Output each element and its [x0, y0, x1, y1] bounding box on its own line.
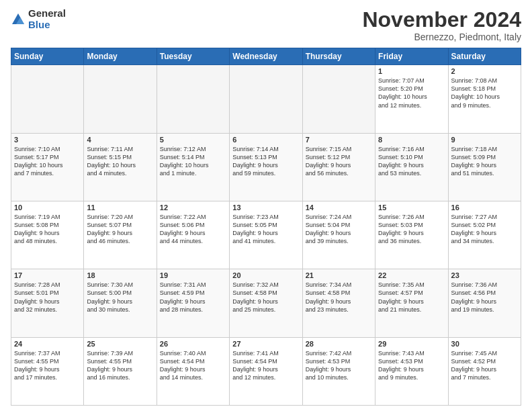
day-info: Sunrise: 7:19 AM Sunset: 5:08 PM Dayligh…	[14, 213, 81, 246]
calendar-cell-4-3: 27Sunrise: 7:41 AM Sunset: 4:54 PM Dayli…	[230, 337, 302, 405]
day-number: 29	[378, 340, 445, 348]
calendar-cell-3-1: 18Sunrise: 7:30 AM Sunset: 5:00 PM Dayli…	[84, 269, 157, 337]
day-info: Sunrise: 7:42 AM Sunset: 4:53 PM Dayligh…	[306, 349, 372, 382]
day-info: Sunrise: 7:26 AM Sunset: 5:03 PM Dayligh…	[378, 213, 445, 246]
weekday-header-row: Sunday Monday Tuesday Wednesday Thursday…	[11, 48, 521, 65]
day-info: Sunrise: 7:35 AM Sunset: 4:57 PM Dayligh…	[378, 281, 445, 314]
header-sunday: Sunday	[11, 48, 84, 65]
day-number: 15	[378, 203, 445, 212]
week-row-0: 1Sunrise: 7:07 AM Sunset: 5:20 PM Daylig…	[11, 65, 521, 133]
day-number: 20	[232, 271, 299, 279]
header-monday: Monday	[84, 48, 157, 65]
day-info: Sunrise: 7:22 AM Sunset: 5:06 PM Dayligh…	[160, 213, 226, 246]
header-tuesday: Tuesday	[157, 48, 229, 65]
day-number: 21	[306, 271, 372, 279]
logo-icon	[11, 12, 26, 27]
day-info: Sunrise: 7:32 AM Sunset: 4:58 PM Dayligh…	[232, 281, 299, 314]
logo-general: General	[28, 8, 66, 19]
day-info: Sunrise: 7:07 AM Sunset: 5:20 PM Dayligh…	[378, 77, 445, 109]
calendar-cell-2-4: 14Sunrise: 7:24 AM Sunset: 5:04 PM Dayli…	[302, 201, 375, 269]
calendar-cell-0-4	[302, 65, 375, 133]
calendar-cell-0-5: 1Sunrise: 7:07 AM Sunset: 5:20 PM Daylig…	[375, 65, 448, 133]
title-block: November 2024 Bernezzo, Piedmont, Italy	[362, 8, 521, 42]
day-number: 16	[451, 203, 518, 212]
calendar-cell-4-4: 28Sunrise: 7:42 AM Sunset: 4:53 PM Dayli…	[302, 337, 375, 405]
day-info: Sunrise: 7:10 AM Sunset: 5:17 PM Dayligh…	[14, 145, 81, 178]
calendar-cell-0-0	[11, 65, 84, 133]
logo-blue: Blue	[28, 19, 66, 31]
calendar-cell-0-6: 2Sunrise: 7:08 AM Sunset: 5:18 PM Daylig…	[448, 65, 521, 133]
calendar-cell-4-1: 25Sunrise: 7:39 AM Sunset: 4:55 PM Dayli…	[84, 337, 157, 405]
header-friday: Friday	[375, 48, 448, 65]
calendar-body: 1Sunrise: 7:07 AM Sunset: 5:20 PM Daylig…	[11, 65, 521, 406]
day-number: 8	[378, 136, 445, 144]
day-info: Sunrise: 7:18 AM Sunset: 5:09 PM Dayligh…	[451, 145, 518, 178]
day-number: 5	[160, 136, 226, 144]
day-number: 7	[306, 136, 372, 144]
calendar-cell-4-0: 24Sunrise: 7:37 AM Sunset: 4:55 PM Dayli…	[11, 337, 84, 405]
day-info: Sunrise: 7:20 AM Sunset: 5:07 PM Dayligh…	[87, 213, 153, 246]
week-row-3: 17Sunrise: 7:28 AM Sunset: 5:01 PM Dayli…	[11, 269, 521, 337]
calendar-cell-1-0: 3Sunrise: 7:10 AM Sunset: 5:17 PM Daylig…	[11, 133, 84, 201]
week-row-2: 10Sunrise: 7:19 AM Sunset: 5:08 PM Dayli…	[11, 201, 521, 269]
logo-text: General Blue	[28, 8, 66, 30]
day-info: Sunrise: 7:36 AM Sunset: 4:56 PM Dayligh…	[451, 281, 518, 314]
day-number: 9	[451, 136, 518, 144]
calendar-cell-3-4: 21Sunrise: 7:34 AM Sunset: 4:58 PM Dayli…	[302, 269, 375, 337]
day-info: Sunrise: 7:27 AM Sunset: 5:02 PM Dayligh…	[451, 213, 518, 246]
calendar-cell-4-2: 26Sunrise: 7:40 AM Sunset: 4:54 PM Dayli…	[157, 337, 229, 405]
day-info: Sunrise: 7:41 AM Sunset: 4:54 PM Dayligh…	[232, 349, 299, 382]
day-number: 10	[14, 203, 81, 212]
day-info: Sunrise: 7:31 AM Sunset: 4:59 PM Dayligh…	[160, 281, 226, 314]
day-number: 1	[378, 67, 445, 75]
header: General Blue November 2024 Bernezzo, Pie…	[11, 8, 521, 42]
day-number: 17	[14, 271, 81, 279]
day-number: 13	[232, 203, 299, 212]
calendar-cell-1-5: 8Sunrise: 7:16 AM Sunset: 5:10 PM Daylig…	[375, 133, 448, 201]
day-number: 28	[306, 340, 372, 348]
day-info: Sunrise: 7:08 AM Sunset: 5:18 PM Dayligh…	[451, 77, 518, 109]
day-info: Sunrise: 7:39 AM Sunset: 4:55 PM Dayligh…	[87, 349, 153, 382]
logo: General Blue	[11, 8, 66, 30]
week-row-4: 24Sunrise: 7:37 AM Sunset: 4:55 PM Dayli…	[11, 337, 521, 405]
calendar-cell-0-2	[157, 65, 229, 133]
day-info: Sunrise: 7:24 AM Sunset: 5:04 PM Dayligh…	[306, 213, 372, 246]
day-info: Sunrise: 7:11 AM Sunset: 5:15 PM Dayligh…	[87, 145, 153, 178]
day-number: 25	[87, 340, 153, 348]
calendar-cell-1-1: 4Sunrise: 7:11 AM Sunset: 5:15 PM Daylig…	[84, 133, 157, 201]
calendar-cell-4-5: 29Sunrise: 7:43 AM Sunset: 4:53 PM Dayli…	[375, 337, 448, 405]
calendar-table: Sunday Monday Tuesday Wednesday Thursday…	[11, 48, 521, 406]
day-number: 24	[14, 340, 81, 348]
header-saturday: Saturday	[448, 48, 521, 65]
day-info: Sunrise: 7:23 AM Sunset: 5:05 PM Dayligh…	[232, 213, 299, 246]
calendar-cell-2-2: 12Sunrise: 7:22 AM Sunset: 5:06 PM Dayli…	[157, 201, 229, 269]
day-number: 6	[232, 136, 299, 144]
header-wednesday: Wednesday	[230, 48, 302, 65]
header-thursday: Thursday	[302, 48, 375, 65]
day-number: 11	[87, 203, 153, 212]
calendar-cell-2-3: 13Sunrise: 7:23 AM Sunset: 5:05 PM Dayli…	[230, 201, 302, 269]
day-info: Sunrise: 7:28 AM Sunset: 5:01 PM Dayligh…	[14, 281, 81, 314]
day-info: Sunrise: 7:15 AM Sunset: 5:12 PM Dayligh…	[306, 145, 372, 178]
calendar-cell-1-3: 6Sunrise: 7:14 AM Sunset: 5:13 PM Daylig…	[230, 133, 302, 201]
calendar-cell-0-3	[230, 65, 302, 133]
calendar-location: Bernezzo, Piedmont, Italy	[362, 32, 521, 42]
calendar-cell-1-6: 9Sunrise: 7:18 AM Sunset: 5:09 PM Daylig…	[448, 133, 521, 201]
day-number: 26	[160, 340, 226, 348]
calendar-cell-2-6: 16Sunrise: 7:27 AM Sunset: 5:02 PM Dayli…	[448, 201, 521, 269]
day-number: 14	[306, 203, 372, 212]
page: General Blue November 2024 Bernezzo, Pie…	[0, 0, 532, 411]
day-number: 27	[232, 340, 299, 348]
day-number: 3	[14, 136, 81, 144]
calendar-cell-2-0: 10Sunrise: 7:19 AM Sunset: 5:08 PM Dayli…	[11, 201, 84, 269]
calendar-title: November 2024	[362, 8, 521, 32]
calendar-cell-1-4: 7Sunrise: 7:15 AM Sunset: 5:12 PM Daylig…	[302, 133, 375, 201]
day-info: Sunrise: 7:45 AM Sunset: 4:52 PM Dayligh…	[451, 349, 518, 382]
day-number: 19	[160, 271, 226, 279]
day-number: 18	[87, 271, 153, 279]
calendar-cell-3-6: 23Sunrise: 7:36 AM Sunset: 4:56 PM Dayli…	[448, 269, 521, 337]
calendar-cell-2-1: 11Sunrise: 7:20 AM Sunset: 5:07 PM Dayli…	[84, 201, 157, 269]
calendar-cell-3-0: 17Sunrise: 7:28 AM Sunset: 5:01 PM Dayli…	[11, 269, 84, 337]
day-number: 23	[451, 271, 518, 279]
day-info: Sunrise: 7:14 AM Sunset: 5:13 PM Dayligh…	[232, 145, 299, 178]
